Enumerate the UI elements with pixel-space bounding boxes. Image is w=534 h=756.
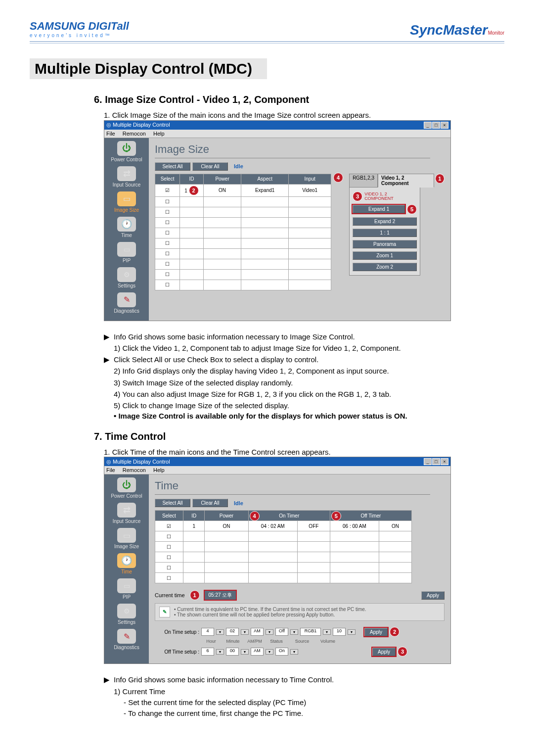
col-power: Power: [203, 174, 241, 184]
menu-help[interactable]: Help: [153, 467, 165, 473]
current-time-label: Current time: [155, 592, 185, 598]
window-title: Multiple Display Control: [113, 459, 170, 465]
sidebar-diagnostics[interactable]: ✎Diagnostics: [109, 629, 144, 650]
table-row[interactable]: ☐: [155, 238, 331, 248]
table-row[interactable]: ☐: [155, 248, 331, 259]
menu-file[interactable]: File: [106, 467, 115, 473]
panel-title: Time: [155, 479, 430, 495]
sidebar-input[interactable]: ⇄Input Source: [109, 166, 144, 188]
col-offtimer: Off Timer: [360, 513, 381, 519]
table-row[interactable]: ☐: [155, 217, 331, 228]
info-grid[interactable]: Select ID Power Aspect Input ☑ 1 2 ON Ex…: [155, 174, 331, 290]
callout-2: 2: [189, 186, 199, 195]
menu-file[interactable]: File: [106, 131, 115, 137]
on-ampm-input[interactable]: AM: [251, 628, 264, 636]
table-row[interactable]: ☐: [155, 531, 412, 542]
sidebar-diagnostics[interactable]: ✎Diagnostics: [109, 292, 144, 314]
sidebar-image-size[interactable]: ▭Image Size: [109, 528, 144, 549]
expand2-button[interactable]: Expand 2: [353, 217, 417, 226]
sidebar-input[interactable]: ⇄Input Source: [109, 503, 144, 524]
aspect-tabs[interactable]: RGB1,2,3 Video 1, 2 Component 1: [349, 174, 445, 188]
sidebar-power[interactable]: ⏻Power Control: [109, 477, 144, 499]
table-row[interactable]: ☐: [155, 259, 331, 269]
tab-rgb[interactable]: RGB1,2,3: [349, 174, 378, 188]
sidebar-image-size[interactable]: ▭Image Size: [109, 191, 144, 213]
window-menubar[interactable]: File Remocon Help: [104, 466, 450, 474]
sidebar-power[interactable]: ⏻Power Control: [109, 141, 144, 162]
off-minute-input[interactable]: 00: [226, 648, 239, 656]
arrow-icon: ▶: [104, 674, 114, 685]
checkbox-cell[interactable]: ☑: [155, 184, 180, 196]
section7-intro: 1. Click Time of the main icons and the …: [104, 447, 475, 457]
select-all-button[interactable]: Select All: [155, 162, 190, 171]
on-sublabels: Hour Minute AM/PM Status Source Volume: [201, 639, 445, 644]
section6-bullet1: Info Grid shows some basic information n…: [114, 331, 355, 342]
window-controls[interactable]: _□×: [423, 458, 448, 465]
cell-power: ON: [203, 184, 241, 196]
table-row[interactable]: ☐: [155, 280, 331, 290]
sidebar-pip[interactable]: ▭PIP: [109, 242, 144, 263]
sidebar-settings[interactable]: ⚙Settings: [109, 604, 144, 625]
on-minute-input[interactable]: 02: [226, 628, 239, 636]
clear-all-button[interactable]: Clear All: [192, 499, 228, 507]
sidebar-settings[interactable]: ⚙Settings: [109, 267, 144, 288]
section7-n1: 1) Current Time: [114, 686, 504, 697]
callout-3: 3: [353, 191, 362, 201]
sidebar-time[interactable]: 🕐Time: [109, 553, 144, 574]
table-row[interactable]: ☐: [155, 196, 331, 207]
on-hour-input[interactable]: 4: [201, 628, 214, 636]
table-row[interactable]: ☐: [155, 563, 412, 573]
section6-n1b: Click Select All or use Check Box to sel…: [114, 354, 318, 365]
off-time-label: Off Time setup :: [155, 649, 199, 655]
sidebar-pip[interactable]: ▭PIP: [109, 578, 144, 600]
table-row[interactable]: ☐: [155, 207, 331, 217]
note-line-b: • The shown current time will not be app…: [174, 612, 366, 617]
callout-1: 1: [190, 590, 200, 600]
select-all-button[interactable]: Select All: [155, 499, 190, 507]
window-menubar[interactable]: File Remocon Help: [104, 130, 450, 138]
table-row[interactable]: ☑ 1 ON 04 : 02 AM OFF 06 : 00 AM ON: [155, 521, 412, 531]
page-header: SAMSUNG DIGITall everyone's invited™ Syn…: [30, 20, 504, 42]
panorama-button[interactable]: Panorama: [353, 240, 417, 248]
zoom1-button[interactable]: Zoom 1: [353, 251, 417, 260]
on-status-input[interactable]: Off: [275, 628, 288, 636]
panel-label: VIDEO 1, 2 COMPONENT: [364, 192, 394, 201]
brand-tagline: everyone's invited™: [30, 33, 129, 38]
brand-logo: SAMSUNG DIGITall: [30, 20, 129, 33]
table-row[interactable]: ☐: [155, 269, 331, 280]
app-icon: ◎: [106, 122, 111, 128]
apply-off-button[interactable]: Apply: [372, 648, 396, 656]
tab-video[interactable]: Video 1, 2 Component: [378, 174, 434, 188]
on-source-input[interactable]: RGB1: [300, 628, 321, 636]
col-select: Select: [155, 511, 183, 521]
menu-help[interactable]: Help: [153, 131, 165, 137]
menu-remocon[interactable]: Remocon: [123, 131, 146, 137]
expand1-button[interactable]: Expand 1: [353, 205, 405, 213]
callout-3: 3: [398, 647, 407, 657]
time-info-grid[interactable]: Select ID Power 4On Timer 5Off Timer ☑ 1…: [155, 510, 412, 583]
ratio-button[interactable]: 1 : 1: [353, 229, 417, 237]
table-row[interactable]: ☐: [155, 542, 412, 552]
sidebar-time[interactable]: 🕐Time: [109, 217, 144, 238]
section7-n1a: - Set the current time for the selected …: [124, 697, 504, 709]
table-row[interactable]: ☐: [155, 228, 331, 238]
off-time-setup-row: Off Time setup : 6▾ 00▾ AM▾ On▾ Apply 3: [155, 647, 445, 657]
apply-button[interactable]: Apply: [421, 591, 445, 600]
checkbox-cell[interactable]: ☑: [155, 521, 183, 531]
apply-on-button[interactable]: Apply: [364, 628, 388, 636]
table-row[interactable]: ☐: [155, 552, 412, 563]
page-title: Multiple Display Control (MDC): [30, 58, 267, 79]
idle-label: Idle: [234, 500, 243, 506]
off-status-input[interactable]: On: [275, 648, 288, 656]
clear-all-button[interactable]: Clear All: [192, 162, 228, 171]
off-hour-input[interactable]: 6: [201, 648, 214, 656]
menu-remocon[interactable]: Remocon: [123, 467, 146, 473]
app-icon: ◎: [106, 459, 111, 465]
on-time-setup-row: On Time setup : 4▾ 02▾ AM▾ Off▾ RGB1▾ 10…: [155, 627, 445, 637]
table-row[interactable]: ☐: [155, 573, 412, 583]
zoom2-button[interactable]: Zoom 2: [353, 263, 417, 271]
window-controls[interactable]: _□×: [423, 122, 448, 129]
off-ampm-input[interactable]: AM: [251, 648, 264, 656]
on-volume-input[interactable]: 10: [333, 628, 346, 636]
table-row[interactable]: ☑ 1 2 ON Expand1 Video1: [155, 184, 331, 196]
